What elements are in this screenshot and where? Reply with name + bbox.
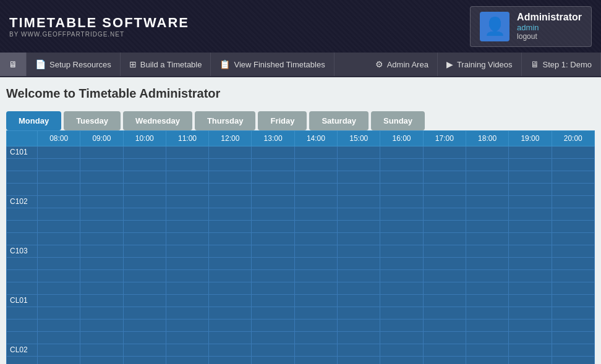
timetable-cell[interactable] xyxy=(80,332,123,344)
timetable-cell[interactable] xyxy=(166,208,208,221)
nav-item-training[interactable]: ▶ Training Videos xyxy=(438,53,522,76)
timetable-cell[interactable] xyxy=(380,344,423,357)
nav-item-setup-resources[interactable]: 📄 Setup Resources xyxy=(27,53,121,76)
timetable-cell[interactable] xyxy=(123,357,166,365)
timetable-cell[interactable] xyxy=(166,332,208,344)
timetable-cell[interactable] xyxy=(38,307,80,320)
timetable-cell[interactable] xyxy=(338,344,380,357)
timetable-cell[interactable] xyxy=(423,233,466,245)
timetable-cell[interactable] xyxy=(423,344,466,357)
timetable-cell[interactable] xyxy=(123,245,166,258)
timetable-cell[interactable] xyxy=(38,184,80,196)
timetable-cell[interactable] xyxy=(466,159,508,171)
timetable-cell[interactable] xyxy=(209,258,252,270)
timetable-cell[interactable] xyxy=(252,320,294,332)
timetable-cell[interactable] xyxy=(509,344,552,357)
timetable-cell[interactable] xyxy=(380,233,423,245)
timetable-cell[interactable] xyxy=(209,357,252,365)
timetable-cell[interactable] xyxy=(294,270,337,282)
timetable-cell[interactable] xyxy=(380,270,423,282)
timetable-cell[interactable] xyxy=(209,159,252,171)
day-btn-sunday[interactable]: Sunday xyxy=(371,111,425,130)
timetable-cell[interactable] xyxy=(294,184,337,196)
timetable-cell[interactable] xyxy=(294,233,337,245)
timetable-cell[interactable] xyxy=(338,295,380,307)
timetable-cell[interactable] xyxy=(166,233,208,245)
timetable-cell[interactable] xyxy=(380,332,423,344)
timetable-cell[interactable] xyxy=(209,196,252,208)
timetable-cell[interactable] xyxy=(123,146,166,159)
timetable-cell[interactable] xyxy=(80,196,123,208)
timetable-cell[interactable] xyxy=(552,307,594,320)
timetable-cell[interactable] xyxy=(338,221,380,233)
timetable-cell[interactable] xyxy=(38,208,80,221)
timetable-cell[interactable] xyxy=(552,208,594,221)
timetable-cell[interactable] xyxy=(423,282,466,295)
timetable-cell[interactable] xyxy=(380,159,423,171)
timetable-cell[interactable] xyxy=(509,258,552,270)
timetable-cell[interactable] xyxy=(380,320,423,332)
timetable-cell[interactable] xyxy=(552,196,594,208)
timetable-cell[interactable] xyxy=(509,146,552,159)
timetable-cell[interactable] xyxy=(423,171,466,184)
timetable-cell[interactable] xyxy=(338,307,380,320)
timetable-cell[interactable] xyxy=(252,208,294,221)
timetable-cell[interactable] xyxy=(338,196,380,208)
timetable-cell[interactable] xyxy=(509,357,552,365)
timetable-cell[interactable] xyxy=(509,171,552,184)
timetable-cell[interactable] xyxy=(294,159,337,171)
timetable-cell[interactable] xyxy=(166,258,208,270)
timetable-cell[interactable] xyxy=(466,245,508,258)
timetable-cell[interactable] xyxy=(209,221,252,233)
timetable-cell[interactable] xyxy=(252,184,294,196)
timetable-cell[interactable] xyxy=(509,221,552,233)
timetable-cell[interactable] xyxy=(252,344,294,357)
timetable-cell[interactable] xyxy=(38,146,80,159)
timetable-cell[interactable] xyxy=(166,221,208,233)
timetable-cell[interactable] xyxy=(80,245,123,258)
timetable-cell[interactable] xyxy=(209,307,252,320)
timetable-cell[interactable] xyxy=(509,208,552,221)
timetable-cell[interactable] xyxy=(423,320,466,332)
timetable-cell[interactable] xyxy=(380,184,423,196)
timetable-cell[interactable] xyxy=(252,146,294,159)
timetable-cell[interactable] xyxy=(552,184,594,196)
timetable-cell[interactable] xyxy=(209,320,252,332)
timetable-cell[interactable] xyxy=(209,208,252,221)
timetable-cell[interactable] xyxy=(209,171,252,184)
timetable-cell[interactable] xyxy=(552,332,594,344)
timetable-cell[interactable] xyxy=(123,221,166,233)
timetable-cell[interactable] xyxy=(294,295,337,307)
timetable-cell[interactable] xyxy=(166,159,208,171)
day-btn-saturday[interactable]: Saturday xyxy=(309,111,369,130)
timetable-cell[interactable] xyxy=(338,282,380,295)
timetable-cell[interactable] xyxy=(80,208,123,221)
timetable-cell[interactable] xyxy=(552,245,594,258)
timetable-cell[interactable] xyxy=(38,196,80,208)
timetable-cell[interactable] xyxy=(466,344,508,357)
timetable-cell[interactable] xyxy=(80,258,123,270)
timetable-cell[interactable] xyxy=(209,344,252,357)
timetable-cell[interactable] xyxy=(466,320,508,332)
timetable-cell[interactable] xyxy=(509,320,552,332)
timetable-cell[interactable] xyxy=(123,270,166,282)
nav-item-build-timetable[interactable]: ⊞ Build a Timetable xyxy=(121,53,211,76)
timetable-cell[interactable] xyxy=(509,233,552,245)
timetable-cell[interactable] xyxy=(166,307,208,320)
timetable-cell[interactable] xyxy=(552,295,594,307)
timetable-cell[interactable] xyxy=(252,233,294,245)
timetable-cell[interactable] xyxy=(552,320,594,332)
timetable-cell[interactable] xyxy=(466,270,508,282)
timetable-cell[interactable] xyxy=(294,258,337,270)
timetable-cell[interactable] xyxy=(252,258,294,270)
timetable-cell[interactable] xyxy=(294,171,337,184)
timetable-cell[interactable] xyxy=(209,295,252,307)
timetable-cell[interactable] xyxy=(380,295,423,307)
timetable-cell[interactable] xyxy=(423,208,466,221)
timetable-cell[interactable] xyxy=(209,146,252,159)
timetable-cell[interactable] xyxy=(466,221,508,233)
timetable-cell[interactable] xyxy=(123,196,166,208)
timetable-cell[interactable] xyxy=(80,233,123,245)
timetable-cell[interactable] xyxy=(252,332,294,344)
timetable-cell[interactable] xyxy=(380,282,423,295)
